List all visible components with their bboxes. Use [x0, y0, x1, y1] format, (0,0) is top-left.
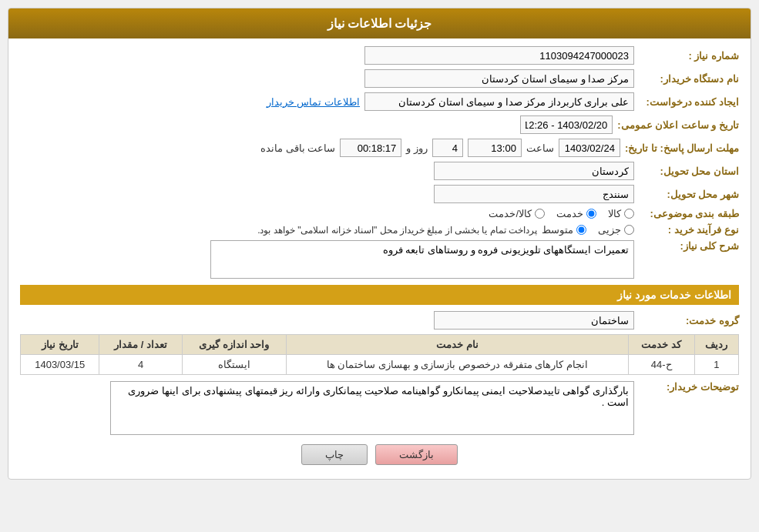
- province-input[interactable]: [434, 162, 634, 180]
- category-label-kala: کالا: [608, 208, 621, 219]
- province-row: استان محل تحویل:: [20, 162, 739, 180]
- purchase-type-label: نوع فرآیند خرید :: [639, 224, 739, 236]
- buyer-desc-label: توضیحات خریدار:: [639, 381, 739, 393]
- cell-service-name: انجام کارهای متفرقه درخصوص بازسازی و بهس…: [286, 355, 628, 375]
- purchase-type-note: پرداخت تمام یا بخشی از مبلغ خریداز محل "…: [257, 225, 537, 236]
- category-radio-group: کالا خدمت کالا/خدمت: [489, 208, 634, 219]
- response-remaining-label: ساعت باقی مانده: [260, 142, 335, 154]
- page-container: جزئیات اطلاعات نیاز شماره نیاز : نام دست…: [0, 0, 759, 532]
- buyer-org-row: نام دستگاه خریدار:: [20, 69, 739, 88]
- purchase-type-radio-jozi[interactable]: [624, 225, 634, 235]
- province-label: استان محل تحویل:: [639, 166, 739, 177]
- back-button[interactable]: بازگشت: [375, 444, 458, 465]
- service-info-section-header: اطلاعات خدمات مورد نیاز: [20, 285, 739, 305]
- response-days-input[interactable]: [432, 139, 463, 157]
- city-input[interactable]: [434, 185, 634, 203]
- card-header: جزئیات اطلاعات نیاز: [8, 8, 751, 38]
- category-option-kala-khedmat: کالا/خدمت: [489, 208, 545, 219]
- table-row: 1 ح-44 انجام کارهای متفرقه درخصوص بازساز…: [21, 355, 739, 375]
- category-label-khedmat: خدمت: [556, 208, 583, 219]
- response-days-label: روز و: [406, 142, 428, 154]
- response-remaining-input[interactable]: [340, 139, 401, 157]
- service-group-row: گروه خدمت:: [20, 311, 739, 330]
- need-number-label: شماره نیاز :: [639, 50, 739, 62]
- need-description-label: شرح کلی نیاز:: [639, 240, 739, 252]
- purchase-type-option-motavasset: متوسط: [542, 224, 586, 236]
- buyer-desc-textarea[interactable]: بارگذاری گواهی تاییدصلاحیت ایمنی پیمانکا…: [110, 381, 634, 435]
- response-time-label: ساعت: [526, 142, 554, 154]
- service-group-label: گروه خدمت:: [639, 315, 739, 326]
- response-time-input[interactable]: [468, 139, 522, 157]
- response-deadline-row: مهلت ارسال پاسخ: تا تاریخ: ساعت روز و سا…: [20, 139, 739, 157]
- category-label-kala-khedmat: کالا/خدمت: [489, 208, 532, 219]
- response-date-input[interactable]: [559, 139, 620, 157]
- cell-quantity: 4: [99, 355, 182, 375]
- purchase-type-radio-group: جزیی متوسط: [542, 224, 634, 236]
- service-table: ردیف کد خدمت نام خدمت واحد اندازه گیری ت…: [20, 334, 739, 375]
- buyer-desc-row: توضیحات خریدار: بارگذاری گواهی تاییدصلاح…: [20, 381, 739, 435]
- buyer-org-input[interactable]: [364, 69, 634, 88]
- category-radio-kala[interactable]: [624, 209, 634, 219]
- need-description-row: شرح کلی نیاز: تعمیرات ایستگاههای تلویزیو…: [20, 240, 739, 279]
- requester-label: ایجاد کننده درخواست:: [639, 96, 739, 108]
- response-deadline-label: مهلت ارسال پاسخ: تا تاریخ:: [625, 142, 739, 154]
- category-radio-khedmat[interactable]: [586, 209, 596, 219]
- need-number-row: شماره نیاز :: [20, 46, 739, 65]
- category-option-kala: کالا: [608, 208, 634, 219]
- requester-row: ایجاد کننده درخواست: اطلاعات تماس خریدار: [20, 92, 739, 111]
- publish-datetime-input[interactable]: [520, 115, 613, 134]
- print-button[interactable]: چاپ: [301, 444, 368, 465]
- purchase-type-label-jozi: جزیی: [598, 224, 621, 236]
- category-label: طبقه بندی موضوعی:: [639, 208, 739, 219]
- category-radio-kala-khedmat[interactable]: [535, 209, 545, 219]
- city-label: شهر محل تحویل:: [639, 189, 739, 200]
- col-unit: واحد اندازه گیری: [182, 335, 286, 355]
- purchase-type-label-motavasset: متوسط: [542, 224, 573, 236]
- cell-service-code: ح-44: [628, 355, 694, 375]
- col-date: تاریخ نیاز: [21, 335, 99, 355]
- purchase-type-radio-motavasset[interactable]: [576, 225, 586, 235]
- cell-date: 1403/03/15: [21, 355, 99, 375]
- need-description-textarea[interactable]: تعمیرات ایستگاههای تلویزیونی فروه و روست…: [210, 240, 634, 279]
- cell-unit: ایستگاه: [182, 355, 286, 375]
- page-title: جزئیات اطلاعات نیاز: [327, 17, 432, 30]
- publish-datetime-label: تاریخ و ساعت اعلان عمومی:: [617, 119, 739, 131]
- table-header-row: ردیف کد خدمت نام خدمت واحد اندازه گیری ت…: [21, 335, 739, 355]
- buyer-org-label: نام دستگاه خریدار:: [639, 73, 739, 85]
- publish-datetime-row: تاریخ و ساعت اعلان عمومی:: [20, 115, 739, 134]
- col-service-name: نام خدمت: [286, 335, 628, 355]
- purchase-type-row: نوع فرآیند خرید : جزیی متوسط پرداخت تمام…: [20, 224, 739, 236]
- requester-input[interactable]: [364, 92, 634, 111]
- button-row: بازگشت چاپ: [20, 444, 739, 465]
- service-group-input[interactable]: [434, 311, 634, 330]
- category-row: طبقه بندی موضوعی: کالا خدمت کالا/خدمت: [20, 208, 739, 219]
- city-row: شهر محل تحویل:: [20, 185, 739, 203]
- category-option-khedmat: خدمت: [556, 208, 596, 219]
- cell-row-num: 1: [694, 355, 738, 375]
- requester-contact-link[interactable]: اطلاعات تماس خریدار: [267, 96, 360, 108]
- card-body: شماره نیاز : نام دستگاه خریدار: ایجاد کن…: [8, 38, 751, 479]
- main-card: جزئیات اطلاعات نیاز شماره نیاز : نام دست…: [8, 8, 751, 480]
- purchase-type-option-jozi: جزیی: [598, 224, 634, 236]
- col-quantity: تعداد / مقدار: [99, 335, 182, 355]
- col-service-code: کد خدمت: [628, 335, 694, 355]
- need-number-input[interactable]: [364, 46, 634, 65]
- col-row-num: ردیف: [694, 335, 738, 355]
